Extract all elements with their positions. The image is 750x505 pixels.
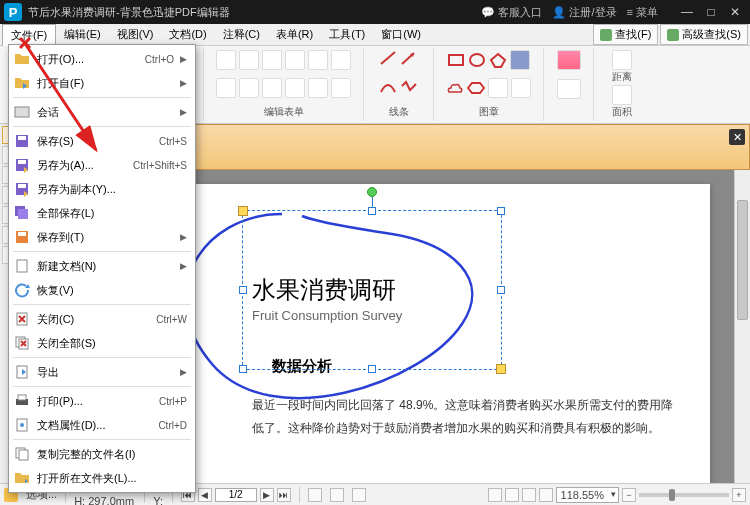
menu-form[interactable]: 表单(R): [268, 24, 321, 45]
form-tool-icon[interactable]: [262, 78, 282, 98]
eraser-tool-icon[interactable]: [557, 50, 581, 70]
minimize-button[interactable]: —: [676, 3, 698, 21]
form-tool-icon[interactable]: [239, 78, 259, 98]
file-menu-saveas[interactable]: 另存为(A)...Ctrl+Shift+S: [9, 153, 195, 177]
file-menu-saveto[interactable]: 保存到(T)▶: [9, 225, 195, 249]
form-tool-icon[interactable]: [216, 78, 236, 98]
layout-icon[interactable]: [352, 488, 366, 502]
menu-view[interactable]: 视图(V): [109, 24, 162, 45]
area-tool-icon[interactable]: [612, 85, 632, 105]
ribbon-label-distance: 距离: [612, 70, 632, 84]
distance-tool-icon[interactable]: [612, 50, 632, 70]
file-menu-session[interactable]: 会话▶: [9, 100, 195, 124]
fit-icon[interactable]: [522, 488, 536, 502]
svg-rect-13: [18, 184, 26, 188]
svg-rect-15: [18, 209, 28, 219]
corner-anchor[interactable]: [496, 364, 506, 374]
file-menu-savecopy[interactable]: 另存为副本(Y)...: [9, 177, 195, 201]
login-link[interactable]: 👤 注册/登录: [552, 5, 616, 20]
close-window-button[interactable]: ✕: [724, 3, 746, 21]
props-icon: [13, 416, 31, 434]
corner-anchor[interactable]: [238, 206, 248, 216]
file-menu-copypath[interactable]: 复制完整的文件名(I): [9, 442, 195, 466]
form-tool-icon[interactable]: [308, 50, 328, 70]
save-icon: [13, 132, 31, 150]
hexagon-tool-icon[interactable]: [467, 80, 485, 96]
submenu-arrow-icon: ▶: [180, 54, 187, 64]
menu-window[interactable]: 窗口(W): [373, 24, 429, 45]
menu-label: 关闭(C): [37, 312, 150, 327]
zoom-slider[interactable]: [639, 493, 729, 497]
arrow-tool-icon[interactable]: [400, 50, 418, 66]
circle-tool-icon[interactable]: [468, 52, 486, 68]
file-menu-props[interactable]: 文档属性(D)...Ctrl+D: [9, 413, 195, 437]
menu-shortcut: Ctrl+D: [158, 420, 187, 431]
page-next-button[interactable]: ▶: [260, 488, 274, 502]
menu-edit[interactable]: 编辑(E): [56, 24, 109, 45]
main-menu-link[interactable]: ≡ 菜单: [627, 5, 658, 20]
form-tool-icon[interactable]: [262, 50, 282, 70]
fit-width-icon[interactable]: [488, 488, 502, 502]
page-prev-button[interactable]: ◀: [198, 488, 212, 502]
file-menu-revert[interactable]: 恢复(V): [9, 278, 195, 302]
rect-tool-icon[interactable]: [447, 52, 465, 68]
layout-icon[interactable]: [330, 488, 344, 502]
page-input[interactable]: [215, 488, 257, 502]
file-menu-export[interactable]: 导出▶: [9, 360, 195, 384]
stamp-tool-icon[interactable]: [510, 50, 530, 70]
form-tool-icon[interactable]: [331, 50, 351, 70]
page-last-button[interactable]: ⏭: [277, 488, 291, 502]
file-menu-closeall[interactable]: 关闭全部(S): [9, 331, 195, 355]
file-menu-open_from[interactable]: 打开自(F)▶: [9, 71, 195, 95]
slider-knob[interactable]: [669, 489, 675, 501]
polygon-tool-icon[interactable]: [489, 52, 507, 68]
brush-tool-icon[interactable]: [557, 79, 581, 99]
selection-box[interactable]: [242, 210, 502, 370]
file-menu-new[interactable]: 新建文档(N)▶: [9, 254, 195, 278]
zoom-in-button[interactable]: +: [732, 488, 746, 502]
zigzag-tool-icon[interactable]: [400, 78, 418, 94]
form-tool-icon[interactable]: [216, 50, 236, 70]
file-menu-open[interactable]: 打开(O)...Ctrl+O▶: [9, 47, 195, 71]
layout-icon[interactable]: [308, 488, 322, 502]
file-menu-saveall[interactable]: 全部保存(L): [9, 201, 195, 225]
resize-handle[interactable]: [239, 286, 247, 294]
find-button[interactable]: 查找(F): [593, 24, 658, 45]
status-zoom-select[interactable]: 118.55%: [556, 487, 619, 503]
svg-point-26: [20, 423, 24, 427]
form-tool-icon[interactable]: [285, 50, 305, 70]
fit-icon[interactable]: [539, 488, 553, 502]
menu-tools[interactable]: 工具(T): [321, 24, 373, 45]
maximize-button[interactable]: □: [700, 3, 722, 21]
curve-tool-icon[interactable]: [379, 78, 397, 94]
resize-handle[interactable]: [368, 207, 376, 215]
cloud-tool-icon[interactable]: [446, 80, 464, 96]
shape-tool-icon[interactable]: [511, 78, 531, 98]
file-menu-save[interactable]: 保存(S)Ctrl+S: [9, 129, 195, 153]
fit-page-icon[interactable]: [505, 488, 519, 502]
scroll-thumb[interactable]: [737, 200, 748, 320]
banner-close-button[interactable]: ✕: [729, 129, 745, 145]
resize-handle[interactable]: [497, 286, 505, 294]
form-tool-icon[interactable]: [308, 78, 328, 98]
line-tool-icon[interactable]: [379, 50, 397, 66]
menu-label: 全部保存(L): [37, 206, 181, 221]
file-menu-openloc[interactable]: 打开所在文件夹(L)...: [9, 466, 195, 490]
form-tool-icon[interactable]: [331, 78, 351, 98]
rotate-handle[interactable]: [367, 187, 377, 197]
file-menu-print[interactable]: 打印(P)...Ctrl+P: [9, 389, 195, 413]
resize-handle[interactable]: [239, 365, 247, 373]
vertical-scrollbar[interactable]: [734, 170, 750, 483]
advanced-find-button[interactable]: 高级查找(S): [660, 24, 748, 45]
zoom-out-button[interactable]: −: [622, 488, 636, 502]
menu-comment[interactable]: 注释(C): [215, 24, 268, 45]
file-menu-close[interactable]: 关闭(C)Ctrl+W: [9, 307, 195, 331]
form-tool-icon[interactable]: [285, 78, 305, 98]
resize-handle[interactable]: [368, 365, 376, 373]
menu-file[interactable]: 文件(F): [2, 24, 56, 46]
form-tool-icon[interactable]: [239, 50, 259, 70]
shape-tool-icon[interactable]: [488, 78, 508, 98]
resize-handle[interactable]: [497, 207, 505, 215]
menu-document[interactable]: 文档(D): [161, 24, 214, 45]
service-link[interactable]: 💬 客服入口: [481, 5, 542, 20]
